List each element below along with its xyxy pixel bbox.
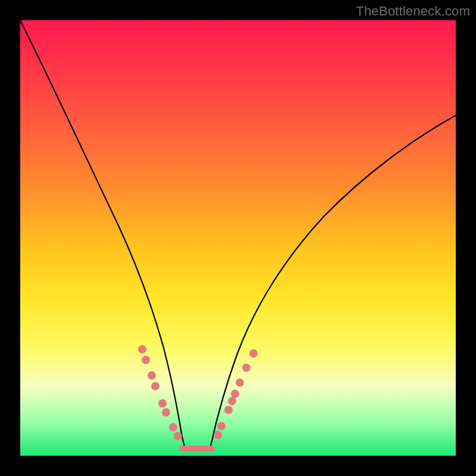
svg-point-4 (158, 399, 167, 408)
svg-point-2 (148, 371, 156, 380)
markers-left (138, 345, 182, 440)
svg-point-12 (231, 390, 239, 398)
chart-frame: TheBottleneck.com (0, 0, 476, 476)
left-curve (20, 20, 184, 446)
watermark-text: TheBottleneck.com (356, 4, 470, 19)
svg-point-15 (249, 349, 258, 358)
svg-point-0 (138, 345, 146, 353)
svg-point-14 (242, 364, 250, 372)
markers-right (214, 349, 258, 439)
svg-point-10 (224, 406, 233, 414)
svg-point-8 (214, 431, 222, 439)
right-curve (211, 115, 456, 446)
svg-point-6 (169, 423, 177, 431)
svg-point-3 (151, 382, 159, 390)
svg-point-1 (142, 356, 150, 364)
chart-svg (20, 20, 456, 456)
svg-point-9 (217, 422, 226, 430)
svg-point-5 (162, 408, 170, 416)
svg-point-11 (228, 397, 236, 405)
svg-point-13 (236, 378, 244, 387)
svg-point-7 (174, 432, 182, 440)
